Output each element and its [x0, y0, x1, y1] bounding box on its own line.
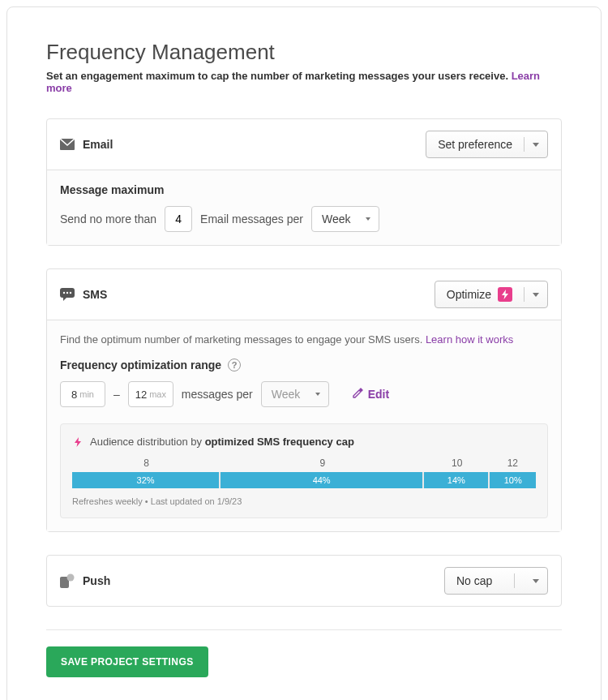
dropdown-divider — [524, 287, 525, 302]
email-preference-dropdown[interactable]: Set preference — [426, 131, 548, 158]
push-panel: Push No cap — [46, 555, 562, 607]
audience-title-prefix: Audience distribution by — [90, 436, 205, 448]
svg-point-4 — [70, 292, 71, 294]
svg-point-2 — [63, 292, 65, 294]
push-icon — [60, 573, 75, 588]
push-label: Push — [83, 574, 110, 587]
bolt-icon — [498, 287, 512, 302]
audience-title: Audience distribution by optimized SMS f… — [72, 436, 536, 448]
email-panel-title: Email — [60, 138, 113, 151]
push-preference-dropdown[interactable]: No cap — [444, 567, 548, 595]
sms-period-select[interactable]: Week — [261, 381, 329, 407]
min-unit: min — [79, 389, 94, 399]
range-dash: – — [113, 388, 120, 401]
svg-point-6 — [67, 574, 75, 582]
email-panel: Email Set preference Message maximum Sen… — [46, 118, 562, 246]
bolt-icon — [72, 436, 83, 448]
audience-title-strong: optimized SMS frequency cap — [205, 436, 354, 448]
subtitle-text: Set an engagement maximum to cap the num… — [46, 70, 512, 82]
distribution-segment: 44% — [221, 472, 422, 488]
sms-preference-dropdown[interactable]: Optimize — [435, 281, 548, 308]
email-panel-body: Message maximum Send no more than Email … — [47, 170, 561, 245]
sms-preference-label: Optimize — [447, 288, 491, 301]
sms-description-text: Find the optimum number of marketing mes… — [60, 333, 426, 346]
settings-card: Frequency Management Set an engagement m… — [6, 6, 602, 700]
distribution-segment: 32% — [72, 472, 219, 488]
sms-panel: SMS Optimize Find the optimum number of … — [46, 268, 562, 532]
help-icon[interactable]: ? — [228, 359, 241, 371]
distribution-segment: 10% — [490, 472, 536, 488]
distribution-bucket-label: 9 — [221, 457, 425, 469]
chevron-down-icon — [533, 293, 539, 297]
svg-point-3 — [66, 292, 68, 294]
page-subtitle: Set an engagement maximum to cap the num… — [46, 70, 562, 94]
sms-period-value: Week — [272, 388, 301, 401]
sms-icon — [60, 288, 75, 301]
sms-min-value: 8 — [71, 389, 77, 401]
message-maximum-label: Message maximum — [60, 183, 548, 196]
max-unit: max — [149, 389, 166, 399]
send-suffix-text: Email messages per — [200, 213, 303, 225]
distribution-labels: 891012 — [72, 457, 536, 469]
sms-label: SMS — [83, 288, 107, 301]
push-panel-head: Push No cap — [47, 556, 561, 606]
email-icon — [60, 139, 75, 150]
email-max-row: Send no more than Email messages per Wee… — [60, 206, 548, 232]
sms-max-value: 12 — [135, 389, 147, 401]
save-project-settings-button[interactable]: SAVE PROJECT SETTINGS — [46, 646, 208, 677]
sms-min-input[interactable]: 8 min — [60, 381, 105, 407]
edit-range-button[interactable]: Edit — [352, 388, 389, 402]
email-panel-head: Email Set preference — [47, 119, 561, 170]
sms-max-input[interactable]: 12 max — [128, 381, 173, 407]
sms-panel-head: SMS Optimize — [47, 269, 561, 320]
sms-panel-title: SMS — [60, 288, 107, 301]
distribution-bucket-label: 10 — [425, 457, 490, 469]
frequency-range-label: Frequency optimization range ? — [60, 359, 548, 371]
email-period-select[interactable]: Week — [311, 206, 379, 232]
audience-distribution-box: Audience distribution by optimized SMS f… — [60, 423, 548, 518]
sms-range-row: 8 min – 12 max messages per Week — [60, 381, 548, 407]
email-period-value: Week — [322, 213, 351, 225]
pencil-icon — [352, 388, 363, 402]
edit-label: Edit — [368, 388, 389, 401]
learn-how-link[interactable]: Learn how it works — [426, 333, 513, 346]
push-panel-title: Push — [60, 573, 110, 588]
dropdown-divider — [524, 137, 525, 152]
chevron-down-icon — [366, 217, 370, 221]
sms-description: Find the optimum number of marketing mes… — [60, 333, 548, 346]
distribution-bucket-label: 12 — [490, 457, 536, 469]
dropdown-divider — [514, 573, 515, 588]
email-preference-label: Set preference — [438, 138, 512, 151]
distribution-bucket-label: 8 — [72, 457, 221, 469]
refresh-note: Refreshes weekly • Last updated on 1/9/2… — [72, 496, 536, 506]
email-label: Email — [83, 138, 113, 151]
distribution-segment: 14% — [424, 472, 488, 488]
sms-panel-body: Find the optimum number of marketing mes… — [47, 320, 561, 531]
distribution-bar: 32%44%14%10% — [72, 472, 536, 488]
chevron-down-icon — [533, 143, 539, 147]
range-suffix-text: messages per — [182, 388, 253, 401]
chevron-down-icon — [533, 579, 539, 583]
frequency-range-text: Frequency optimization range — [60, 359, 221, 371]
chevron-down-icon — [315, 393, 320, 396]
send-prefix-text: Send no more than — [60, 213, 156, 225]
push-preference-label: No cap — [456, 574, 492, 587]
section-divider — [46, 629, 562, 630]
page-title: Frequency Management — [46, 40, 562, 65]
email-max-input[interactable] — [165, 206, 192, 232]
